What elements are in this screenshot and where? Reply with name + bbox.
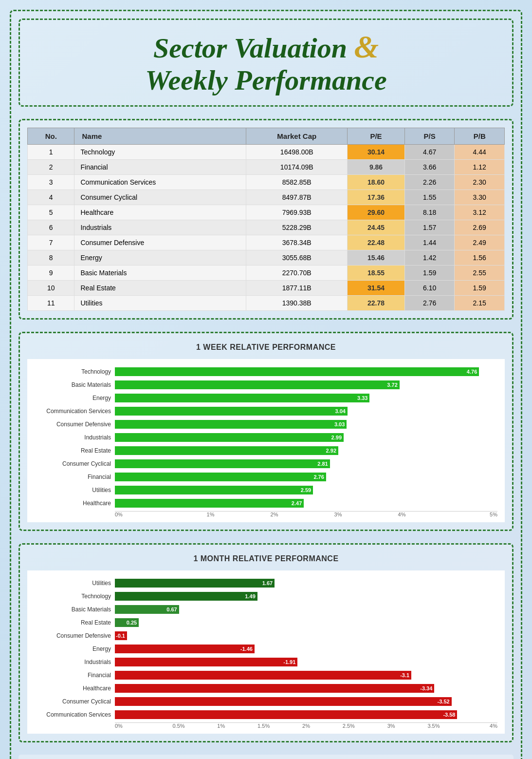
week-bar-value: 2.99 <box>331 435 342 440</box>
week-bar-label: Healthcare <box>32 500 115 507</box>
month-x-label: 2% <box>285 723 327 729</box>
table-section: No. Name Market Cap P/E P/S P/B 1 Techno… <box>18 119 514 320</box>
table-row: 10 Real Estate 1877.11B 31.54 6.10 1.59 <box>28 281 505 296</box>
cell-pe: 30.14 <box>348 145 405 160</box>
week-bar-label: Financial <box>32 474 115 480</box>
table-row: 4 Consumer Cyclical 8497.87B 17.36 1.55 … <box>28 190 505 205</box>
cell-name: Financial <box>74 160 246 175</box>
week-bar-row: Technology4.76 <box>32 366 497 377</box>
week-bar-area: 4.76 <box>115 367 497 376</box>
month-bar-area: -3.1 <box>115 671 497 680</box>
month-bar-fill: -0.1 <box>115 631 127 640</box>
cell-pe: 22.78 <box>348 296 405 311</box>
cell-pe: 24.45 <box>348 220 405 235</box>
cell-pe: 31.54 <box>348 281 405 296</box>
month-chart-section: 1 MONTH RELATIVE PERFORMANCE Utilities1.… <box>18 543 514 742</box>
valuation-table: No. Name Market Cap P/E P/S P/B 1 Techno… <box>27 128 505 311</box>
month-bar-row: Healthcare-3.34 <box>32 683 497 694</box>
cell-pe: 29.60 <box>348 205 405 220</box>
month-bar-label: Basic Materials <box>32 606 115 613</box>
week-chart-section: 1 WEEK RELATIVE PERFORMANCE Technology4.… <box>18 332 514 531</box>
week-bar-fill: 2.47 <box>115 499 304 508</box>
cell-marketcap: 7969.93B <box>246 205 348 220</box>
page-container: Sector Valuation & Weekly Performance No… <box>10 10 522 759</box>
week-bar-label: Energy <box>32 395 115 401</box>
cell-name: Industrials <box>74 220 246 235</box>
cell-pe: 18.55 <box>348 266 405 281</box>
month-bar-row: Consumer Cyclical-3.52 <box>32 696 497 707</box>
col-header-name: Name <box>74 128 246 145</box>
cell-ps: 1.44 <box>404 235 455 250</box>
cell-no: 8 <box>28 250 74 266</box>
month-bar-area: 0.25 <box>115 618 497 627</box>
month-bar-fill: -1.91 <box>115 658 297 666</box>
week-bar-label: Consumer Defensive <box>32 421 115 428</box>
table-row: 7 Consumer Defensive 3678.34B 22.48 1.44… <box>28 235 505 250</box>
week-bar-value: 2.76 <box>313 474 324 480</box>
cell-pb: 2.30 <box>455 175 505 190</box>
week-bar-row: Consumer Defensive3.03 <box>32 419 497 430</box>
cell-ps: 1.42 <box>404 250 455 266</box>
cell-pb: 1.56 <box>455 250 505 266</box>
cell-marketcap: 1877.11B <box>246 281 348 296</box>
week-bar-area: 2.47 <box>115 499 497 508</box>
month-bar-row: Basic Materials0.67 <box>32 604 497 615</box>
col-header-pe: P/E <box>348 128 405 145</box>
cell-no: 7 <box>28 235 74 250</box>
cell-no: 11 <box>28 296 74 311</box>
month-bar-label: Communication Services <box>32 711 115 718</box>
week-bar-value: 2.59 <box>301 487 311 493</box>
week-bar-area: 3.72 <box>115 380 497 389</box>
table-row: 5 Healthcare 7969.93B 29.60 8.18 3.12 <box>28 205 505 220</box>
month-bar-row: Real Estate0.25 <box>32 617 497 628</box>
month-bar-area: 1.67 <box>115 579 497 588</box>
cell-no: 5 <box>28 205 74 220</box>
cell-pb: 2.69 <box>455 220 505 235</box>
title-text-1: Sector Valuation <box>153 32 354 64</box>
month-bar-value: 1.49 <box>245 593 255 599</box>
table-row: 11 Utilities 1390.38B 22.78 2.76 2.15 <box>28 296 505 311</box>
week-bar-area: 2.59 <box>115 486 497 494</box>
footer: Made by Value Referee in Moomoo; Data fr… <box>18 755 514 759</box>
cell-no: 4 <box>28 190 74 205</box>
month-bar-area: -3.34 <box>115 684 497 693</box>
month-x-label: 4% <box>455 723 497 729</box>
month-x-label: 2.5% <box>328 723 370 729</box>
cell-ps: 2.26 <box>404 175 455 190</box>
month-bar-row: Communication Services-3.58 <box>32 709 497 720</box>
month-chart-title: 1 MONTH RELATIVE PERFORMANCE <box>27 554 505 563</box>
title-amp: & <box>354 29 379 64</box>
cell-ps: 1.59 <box>404 266 455 281</box>
week-bar-area: 2.92 <box>115 446 497 455</box>
week-chart-title: 1 WEEK RELATIVE PERFORMANCE <box>27 343 505 352</box>
month-bar-value: 0.67 <box>166 607 177 612</box>
month-bar-area: -1.91 <box>115 658 497 666</box>
month-bar-area: 0.67 <box>115 605 497 614</box>
month-bar-fill: -3.52 <box>115 697 452 706</box>
week-bars: Technology4.76Basic Materials3.72Energy3… <box>32 366 497 509</box>
week-bar-value: 2.92 <box>326 448 336 454</box>
week-x-label: 3% <box>306 512 370 517</box>
cell-ps: 4.67 <box>404 145 455 160</box>
week-bar-row: Energy3.33 <box>32 393 497 403</box>
cell-no: 1 <box>28 145 74 160</box>
month-x-axis: 0%0.5%1%1.5%2%2.5%3%3.5%4% <box>115 722 497 729</box>
cell-marketcap: 2270.70B <box>246 266 348 281</box>
cell-pb: 1.12 <box>455 160 505 175</box>
month-bars: Utilities1.67Technology1.49Basic Materia… <box>32 578 497 720</box>
table-row: 8 Energy 3055.68B 15.46 1.42 1.56 <box>28 250 505 266</box>
week-bar-label: Technology <box>32 368 115 375</box>
month-bar-row: Technology1.49 <box>32 591 497 602</box>
week-bar-value: 3.33 <box>357 395 367 401</box>
week-bar-value: 3.03 <box>334 421 345 427</box>
col-header-no: No. <box>28 128 74 145</box>
week-x-label: 4% <box>370 512 434 517</box>
week-bar-row: Financial2.76 <box>32 472 497 482</box>
week-bar-area: 3.04 <box>115 407 497 416</box>
month-bar-label: Real Estate <box>32 619 115 626</box>
week-bar-row: Consumer Cyclical2.81 <box>32 458 497 469</box>
cell-pb: 2.15 <box>455 296 505 311</box>
cell-pe: 18.60 <box>348 175 405 190</box>
week-bar-fill: 3.33 <box>115 394 369 402</box>
week-bar-label: Utilities <box>32 487 115 493</box>
